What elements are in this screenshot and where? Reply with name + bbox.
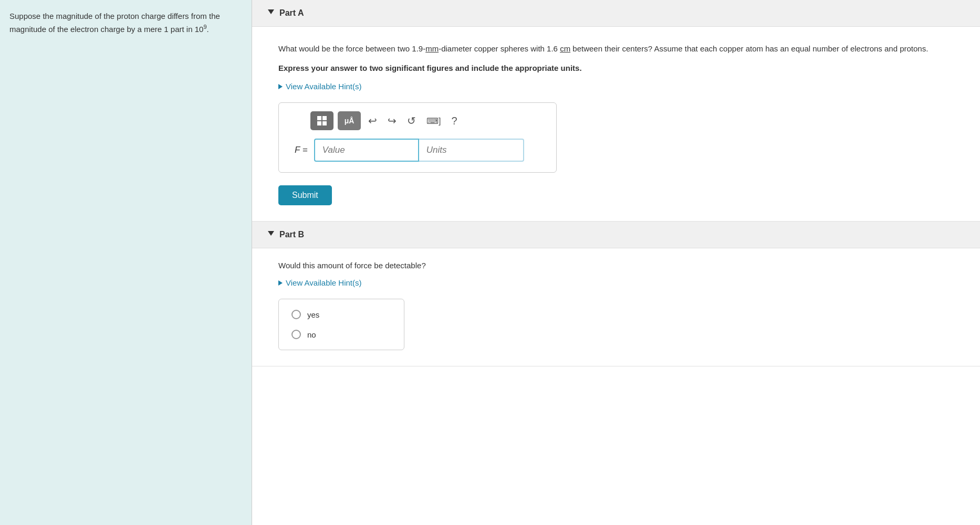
svg-rect-1 xyxy=(322,116,327,120)
refresh-button[interactable]: ↺ xyxy=(404,113,419,128)
grid-icon xyxy=(316,115,328,127)
part-b-hint-arrow-icon xyxy=(278,280,283,286)
part-a-section: Part A What would be the force between t… xyxy=(252,0,980,222)
refresh-icon: ↺ xyxy=(407,114,416,127)
submit-button[interactable]: Submit xyxy=(278,185,332,205)
mu-icon: μÅ xyxy=(345,117,355,125)
answer-toolbar: μÅ ↩ ↪ ↺ ⌨] ? xyxy=(289,111,546,130)
help-icon: ? xyxy=(451,115,457,127)
part-b-label: Part B xyxy=(279,230,304,239)
part-b-collapse-icon[interactable] xyxy=(268,231,274,239)
part-a-body: What would be the force between two 1.9-… xyxy=(252,27,980,221)
part-a-label: Part A xyxy=(279,8,304,18)
part-a-answer-box: μÅ ↩ ↪ ↺ ⌨] ? xyxy=(278,102,557,173)
right-panel: Part A What would be the force between t… xyxy=(252,0,980,525)
part-b-hint-label: View Available Hint(s) xyxy=(286,278,362,287)
undo-button[interactable]: ↩ xyxy=(365,113,380,128)
svg-rect-3 xyxy=(322,121,327,125)
part-a-collapse-icon[interactable] xyxy=(268,9,274,17)
grid-button[interactable] xyxy=(310,111,333,130)
part-b-radio-box: yes no xyxy=(278,299,404,350)
part-b-question: Would this amount of force be detectable… xyxy=(278,261,959,270)
mu-button[interactable]: μÅ xyxy=(338,111,361,130)
part-a-hint-label: View Available Hint(s) xyxy=(286,82,362,91)
svg-rect-2 xyxy=(317,121,321,125)
units-input[interactable] xyxy=(419,139,524,162)
hint-arrow-icon xyxy=(278,84,283,89)
radio-circle-yes xyxy=(291,310,301,319)
part-a-header: Part A xyxy=(252,0,980,27)
svg-rect-0 xyxy=(317,116,321,120)
undo-icon: ↩ xyxy=(368,114,377,127)
redo-icon: ↪ xyxy=(388,114,397,127)
radio-option-no[interactable]: no xyxy=(289,324,393,344)
radio-circle-no xyxy=(291,330,301,339)
part-b-section: Part B Would this amount of force be det… xyxy=(252,222,980,366)
equation-input-row: F = xyxy=(289,139,546,162)
radio-label-yes: yes xyxy=(307,310,319,319)
radio-option-yes[interactable]: yes xyxy=(289,304,393,324)
left-panel: Suppose the magnitude of the proton char… xyxy=(0,0,252,525)
part-b-body: Would this amount of force be detectable… xyxy=(252,248,980,366)
part-a-hint-link[interactable]: View Available Hint(s) xyxy=(278,82,959,91)
part-b-hint-link[interactable]: View Available Hint(s) xyxy=(278,278,959,287)
context-text: Suppose the magnitude of the proton char… xyxy=(9,10,242,35)
keyboard-button[interactable]: ⌨] xyxy=(423,115,444,127)
radio-label-no: no xyxy=(307,330,316,339)
help-button[interactable]: ? xyxy=(448,114,460,128)
value-input[interactable] xyxy=(314,139,419,162)
equation-label: F = xyxy=(295,145,308,155)
part-b-header: Part B xyxy=(252,222,980,248)
part-a-question: What would be the force between two 1.9-… xyxy=(278,43,959,55)
part-a-instruction: Express your answer to two significant f… xyxy=(278,64,959,72)
keyboard-icon: ⌨] xyxy=(426,116,441,126)
redo-button[interactable]: ↪ xyxy=(384,113,400,128)
